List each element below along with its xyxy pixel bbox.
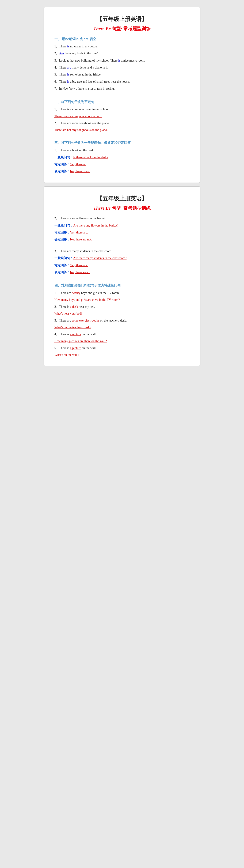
item-1-4: 4、There are many desks and a piano in it…: [54, 65, 190, 70]
item-1-2-rest: there any birds in the tree?: [64, 52, 98, 55]
item-4-2-answer: What's near your bed?: [54, 311, 190, 316]
item-4-2-underline: a desk: [70, 305, 78, 308]
item-4-2-after: near my bed.: [78, 305, 95, 308]
item-3-1-kending-label: 肯定回答：: [54, 162, 70, 166]
item-4-1-answer: How many boys and girls are there in the…: [54, 297, 190, 303]
card2-subtitle-en: There Be: [93, 206, 111, 211]
item-3-1-fouding-text: No, there is not.: [70, 169, 90, 173]
card1-title-text: 【五年级上册英语】: [97, 16, 147, 22]
item-1-2-num: 2、: [54, 52, 59, 55]
item-4-3-answer: What's on the teachers' desk?: [54, 325, 190, 330]
item-4-1-after: boys and girls in the TV room.: [80, 291, 120, 295]
item-3-2-kending-text: Yes, there are.: [70, 231, 88, 234]
item-4-1-orig: 1、There are twenty boys and girls in the…: [54, 290, 190, 296]
item-3-2-yiban: 一般疑问句：Are there any flowers in the baske…: [54, 223, 190, 228]
item-3-1-yiban-label: 一般疑问句：: [54, 156, 73, 159]
item-3-3-yiban-text: Are there many students in the classroom…: [73, 256, 126, 260]
item-4-4-orig: 4、There is a picture on the wall.: [54, 332, 190, 337]
item-1-3: 3、Look at that new building of my school…: [54, 58, 190, 63]
item-3-3-kending: 肯定回答：Yes, there are.: [54, 262, 190, 268]
item-4-3-before: 3、There are: [54, 319, 72, 322]
item-1-1: 1、There is no water in my bottle.: [54, 43, 190, 49]
item-1-6-a: 6、There: [54, 80, 67, 83]
item-1-2-fill: Are: [59, 52, 64, 55]
item-3-3-orig: 3、There are many students in the classro…: [54, 248, 190, 254]
item-3-2-fouding: 否定回答：No, there are not.: [54, 237, 190, 242]
item-2-2-orig: 2、There are some songbooks on the piano.: [54, 121, 110, 125]
item-1-5: 5、There is some bread in the fridge.: [54, 72, 190, 77]
item-4-5-before: 5、There is: [54, 346, 70, 350]
item-1-4-b: many desks and a piano in it.: [71, 66, 108, 69]
section2-title: 二、将下列句子改为否定句: [54, 99, 190, 105]
item-3-1-yiban: 一般疑问句：Is there a book on the desk?: [54, 154, 190, 160]
item-3-2-yiban-text: Are there any flowers in the basket?: [73, 224, 119, 227]
section4-title: 四、对划线部分提问即把句子改为特殊疑问句: [54, 283, 190, 288]
item-3-3-kending-label: 肯定回答：: [54, 264, 70, 267]
item-3-3-yiban-label: 一般疑问句：: [54, 256, 73, 260]
item-3-1-yiban-text: Is there a book on the desk?: [73, 156, 108, 159]
item-1-6-b: a big tree and lots of small trees near …: [69, 80, 130, 83]
card1-subtitle: There Be 句型· 常考题型训练: [54, 25, 190, 33]
item-3-3-fouding: 否定回答：No, there aren't.: [54, 270, 190, 275]
item-2-2-answer-text: There are not any songbooks on the piano…: [54, 127, 190, 133]
item-4-5-underline: a picture: [70, 346, 81, 350]
item-3-1-fouding: 否定回答：No, there is not.: [54, 168, 190, 174]
item-4-3-after: on the teachers' desk.: [99, 319, 127, 322]
card2-title-text: 【五年级上册英语】: [97, 195, 147, 202]
item-1-1-rest: no water in my bottle.: [69, 44, 98, 48]
item-4-1-underline: twenty: [72, 291, 80, 295]
item-1-5-b: some bread in the fridge.: [69, 73, 101, 76]
item-3-2-fouding-text: No, there are not.: [70, 238, 92, 241]
item-3-1-kending-text: Yes, there is.: [70, 162, 86, 166]
item-4-1-answer-text: How many boys and girls are there in the…: [54, 297, 190, 303]
item-3-2-yiban-label: 一般疑问句：: [54, 224, 73, 227]
item-4-3-underline: some exercises-books: [72, 319, 99, 322]
item-4-4-answer-text: How many pictures are there on the wall?: [54, 338, 190, 344]
item-1-3-a: 3、Look at that new building of my school…: [54, 59, 118, 62]
item-1-1-fill: is: [67, 44, 69, 48]
card1-title: 【五年级上册英语】: [54, 14, 190, 24]
section1-title: 一、 用be动词is 或 are 填空: [54, 36, 190, 42]
item-4-5-after: on the wall.: [81, 346, 96, 350]
item-4-5-answer-text: What's on the wall?: [54, 352, 190, 358]
item-3-2-kending-label: 肯定回答：: [54, 231, 70, 234]
card1-subtitle-cn: 句型· 常考题型训练: [112, 26, 150, 31]
item-3-2-fouding-label: 否定回答：: [54, 238, 70, 241]
item-1-2: 2、Are there any birds in the tree?: [54, 51, 190, 56]
item-1-5-a: 5、There: [54, 73, 67, 76]
card2-subtitle-cn: 句型· 常考题型训练: [112, 206, 150, 211]
item-4-1-before: 1、There are: [54, 291, 72, 295]
card-2: 【五年级上册英语】 There Be 句型· 常考题型训练 2、There ar…: [43, 186, 201, 366]
card2-subtitle: There Be 句型· 常考题型训练: [54, 204, 190, 212]
item-3-1-kending: 肯定回答：Yes, there is.: [54, 161, 190, 167]
item-4-2-before: 2、There is: [54, 305, 70, 308]
item-3-2-orig-text: 2、There are some flowers in the basket.: [54, 217, 106, 220]
item-3-3-kending-text: Yes, there are.: [70, 264, 88, 267]
item-4-3-orig: 3、There are some exercises-books on the …: [54, 318, 190, 323]
item-2-1: 1、There is a computer room in our school…: [54, 106, 190, 112]
card2-title: 【五年级上册英语】: [54, 194, 190, 203]
item-3-3-orig-text: 3、There are many students in the classro…: [54, 249, 112, 253]
item-3-3-fouding-label: 否定回答：: [54, 271, 70, 274]
item-1-3-fill: is: [118, 59, 120, 62]
item-3-3-fouding-text: No, there aren't.: [70, 271, 90, 274]
item-4-2-answer-text: What's near your bed?: [54, 311, 190, 316]
item-3-1-orig-text: 1、There is a book on the desk.: [54, 148, 94, 152]
item-1-3-b: a nice music room.: [120, 59, 145, 62]
section3-title: 三、将下列句子改为一般疑问句并做肯定和否定回答: [54, 140, 190, 146]
item-2-2-answer: There are not any songbooks on the piano…: [54, 127, 190, 133]
item-3-1-fouding-label: 否定回答：: [54, 169, 70, 173]
item-1-4-fill: are: [67, 66, 71, 69]
item-4-3-answer-text: What's on the teachers' desk?: [54, 325, 190, 330]
item-3-3-yiban: 一般疑问句：Are there many students in the cla…: [54, 255, 190, 261]
item-4-5-orig: 5、There is a picture on the wall.: [54, 345, 190, 351]
item-2-1-answer: There is not a computer in our school.: [54, 114, 190, 119]
item-1-6-fill: is: [67, 80, 69, 83]
item-4-4-before: 4、There is: [54, 333, 70, 336]
item-2-2: 2、There are some songbooks on the piano.: [54, 120, 190, 126]
item-4-5-answer: What's on the wall?: [54, 352, 190, 358]
item-1-6: 6、There is a big tree and lots of small …: [54, 79, 190, 84]
item-1-7-text: 7、In New York , there is a lot of rain i…: [54, 87, 115, 90]
item-4-2-orig: 2、There is a desk near my bed.: [54, 304, 190, 310]
item-3-2-kending: 肯定回答：Yes, there are.: [54, 230, 190, 235]
